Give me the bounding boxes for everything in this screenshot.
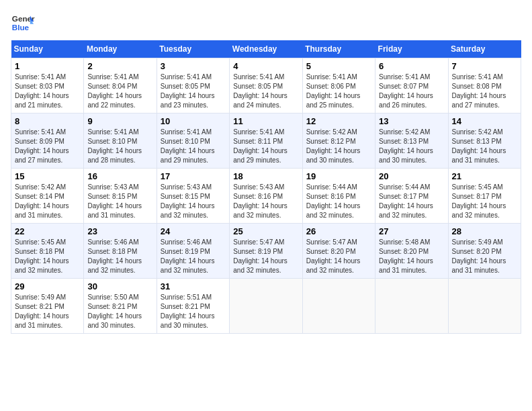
calendar-cell: 16 Sunrise: 5:43 AM Sunset: 8:15 PM Dayl…: [84, 169, 157, 224]
calendar-table: SundayMondayTuesdayWednesdayThursdayFrid…: [11, 40, 521, 334]
cell-info: Sunrise: 5:45 AM Sunset: 8:17 PM Dayligh…: [452, 183, 517, 220]
calendar-cell: 21 Sunrise: 5:45 AM Sunset: 8:17 PM Dayl…: [448, 169, 521, 224]
day-number: 4: [233, 61, 298, 71]
calendar-cell: 17 Sunrise: 5:43 AM Sunset: 8:15 PM Dayl…: [157, 169, 229, 224]
calendar-cell: 19 Sunrise: 5:44 AM Sunset: 8:16 PM Dayl…: [302, 169, 375, 224]
cell-info: Sunrise: 5:41 AM Sunset: 8:06 PM Dayligh…: [306, 73, 371, 110]
cell-info: Sunrise: 5:46 AM Sunset: 8:19 PM Dayligh…: [161, 238, 226, 275]
calendar-cell: 1 Sunrise: 5:41 AM Sunset: 8:03 PM Dayli…: [11, 58, 84, 113]
cell-info: Sunrise: 5:51 AM Sunset: 8:21 PM Dayligh…: [161, 293, 226, 330]
calendar-cell: 29 Sunrise: 5:49 AM Sunset: 8:21 PM Dayl…: [11, 279, 84, 334]
calendar-cell: 14 Sunrise: 5:42 AM Sunset: 8:13 PM Dayl…: [448, 113, 521, 169]
cell-info: Sunrise: 5:42 AM Sunset: 8:13 PM Dayligh…: [379, 128, 444, 165]
cell-info: Sunrise: 5:41 AM Sunset: 8:10 PM Dayligh…: [87, 128, 152, 165]
day-number: 26: [306, 226, 371, 236]
day-number: 24: [161, 226, 226, 236]
calendar-cell: [302, 279, 375, 334]
calendar-cell: [448, 279, 521, 334]
cell-info: Sunrise: 5:41 AM Sunset: 8:10 PM Dayligh…: [161, 128, 226, 165]
cell-info: Sunrise: 5:41 AM Sunset: 8:03 PM Dayligh…: [15, 73, 80, 110]
calendar-cell: 27 Sunrise: 5:48 AM Sunset: 8:20 PM Dayl…: [375, 224, 448, 279]
day-number: 5: [306, 61, 371, 71]
cell-info: Sunrise: 5:41 AM Sunset: 8:05 PM Dayligh…: [161, 73, 226, 110]
day-header-saturday: Saturday: [448, 40, 521, 58]
day-header-monday: Monday: [84, 40, 157, 58]
day-number: 11: [233, 116, 298, 126]
cell-info: Sunrise: 5:42 AM Sunset: 8:13 PM Dayligh…: [452, 128, 517, 165]
calendar-cell: 9 Sunrise: 5:41 AM Sunset: 8:10 PM Dayli…: [84, 113, 157, 169]
svg-text:Blue: Blue: [12, 23, 30, 32]
cell-info: Sunrise: 5:49 AM Sunset: 8:20 PM Dayligh…: [452, 238, 517, 275]
calendar-cell: 13 Sunrise: 5:42 AM Sunset: 8:13 PM Dayl…: [375, 113, 448, 169]
calendar-cell: 23 Sunrise: 5:46 AM Sunset: 8:18 PM Dayl…: [84, 224, 157, 279]
day-number: 31: [161, 281, 226, 291]
cell-info: Sunrise: 5:43 AM Sunset: 8:15 PM Dayligh…: [161, 183, 226, 220]
cell-info: Sunrise: 5:43 AM Sunset: 8:15 PM Dayligh…: [87, 183, 152, 220]
day-number: 21: [452, 171, 517, 181]
cell-info: Sunrise: 5:50 AM Sunset: 8:21 PM Dayligh…: [87, 293, 152, 330]
calendar-body: 1 Sunrise: 5:41 AM Sunset: 8:03 PM Dayli…: [11, 58, 521, 334]
day-number: 25: [233, 226, 298, 236]
logo: General Blue: [11, 11, 35, 35]
calendar-cell: 11 Sunrise: 5:41 AM Sunset: 8:11 PM Dayl…: [230, 113, 302, 169]
day-number: 15: [15, 171, 80, 181]
logo-icon: General Blue: [11, 11, 35, 35]
cell-info: Sunrise: 5:45 AM Sunset: 8:18 PM Dayligh…: [15, 238, 80, 275]
day-number: 18: [233, 171, 298, 181]
week-row-2: 8 Sunrise: 5:41 AM Sunset: 8:09 PM Dayli…: [11, 113, 521, 169]
week-row-1: 1 Sunrise: 5:41 AM Sunset: 8:03 PM Dayli…: [11, 58, 521, 113]
day-number: 9: [87, 116, 152, 126]
day-header-wednesday: Wednesday: [230, 40, 302, 58]
calendar-cell: 15 Sunrise: 5:42 AM Sunset: 8:14 PM Dayl…: [11, 169, 84, 224]
day-number: 12: [306, 116, 371, 126]
day-number: 8: [15, 116, 80, 126]
day-number: 13: [379, 116, 444, 126]
day-number: 3: [161, 61, 226, 71]
day-number: 19: [306, 171, 371, 181]
day-number: 2: [87, 61, 152, 71]
cell-info: Sunrise: 5:44 AM Sunset: 8:16 PM Dayligh…: [306, 183, 371, 220]
calendar-cell: 31 Sunrise: 5:51 AM Sunset: 8:21 PM Dayl…: [157, 279, 229, 334]
day-number: 6: [379, 61, 444, 71]
day-header-thursday: Thursday: [302, 40, 375, 58]
cell-info: Sunrise: 5:41 AM Sunset: 8:11 PM Dayligh…: [233, 128, 298, 165]
calendar-cell: 26 Sunrise: 5:47 AM Sunset: 8:20 PM Dayl…: [302, 224, 375, 279]
day-number: 30: [87, 281, 152, 291]
day-number: 1: [15, 61, 80, 71]
calendar-cell: [230, 279, 302, 334]
cell-info: Sunrise: 5:48 AM Sunset: 8:20 PM Dayligh…: [379, 238, 444, 275]
day-header-friday: Friday: [375, 40, 448, 58]
calendar-cell: 7 Sunrise: 5:41 AM Sunset: 8:08 PM Dayli…: [448, 58, 521, 113]
day-number: 17: [161, 171, 226, 181]
day-number: 27: [379, 226, 444, 236]
cell-info: Sunrise: 5:41 AM Sunset: 8:09 PM Dayligh…: [15, 128, 80, 165]
cell-info: Sunrise: 5:46 AM Sunset: 8:18 PM Dayligh…: [87, 238, 152, 275]
cell-info: Sunrise: 5:47 AM Sunset: 8:20 PM Dayligh…: [306, 238, 371, 275]
day-number: 23: [87, 226, 152, 236]
calendar-cell: 30 Sunrise: 5:50 AM Sunset: 8:21 PM Dayl…: [84, 279, 157, 334]
calendar-cell: 18 Sunrise: 5:43 AM Sunset: 8:16 PM Dayl…: [230, 169, 302, 224]
calendar-cell: 22 Sunrise: 5:45 AM Sunset: 8:18 PM Dayl…: [11, 224, 84, 279]
day-number: 20: [379, 171, 444, 181]
day-number: 22: [15, 226, 80, 236]
calendar-cell: 3 Sunrise: 5:41 AM Sunset: 8:05 PM Dayli…: [157, 58, 229, 113]
calendar-cell: 28 Sunrise: 5:49 AM Sunset: 8:20 PM Dayl…: [448, 224, 521, 279]
calendar-cell: 25 Sunrise: 5:47 AM Sunset: 8:19 PM Dayl…: [230, 224, 302, 279]
day-number: 29: [15, 281, 80, 291]
calendar-cell: 2 Sunrise: 5:41 AM Sunset: 8:04 PM Dayli…: [84, 58, 157, 113]
week-row-5: 29 Sunrise: 5:49 AM Sunset: 8:21 PM Dayl…: [11, 279, 521, 334]
day-number: 14: [452, 116, 517, 126]
cell-info: Sunrise: 5:43 AM Sunset: 8:16 PM Dayligh…: [233, 183, 298, 220]
day-headers-row: SundayMondayTuesdayWednesdayThursdayFrid…: [11, 40, 521, 58]
calendar-cell: 20 Sunrise: 5:44 AM Sunset: 8:17 PM Dayl…: [375, 169, 448, 224]
cell-info: Sunrise: 5:42 AM Sunset: 8:12 PM Dayligh…: [306, 128, 371, 165]
day-number: 16: [87, 171, 152, 181]
day-number: 7: [452, 61, 517, 71]
calendar-cell: 10 Sunrise: 5:41 AM Sunset: 8:10 PM Dayl…: [157, 113, 229, 169]
calendar-cell: 4 Sunrise: 5:41 AM Sunset: 8:05 PM Dayli…: [230, 58, 302, 113]
day-number: 10: [161, 116, 226, 126]
calendar-cell: 12 Sunrise: 5:42 AM Sunset: 8:12 PM Dayl…: [302, 113, 375, 169]
calendar-cell: [375, 279, 448, 334]
day-header-tuesday: Tuesday: [157, 40, 229, 58]
cell-info: Sunrise: 5:42 AM Sunset: 8:14 PM Dayligh…: [15, 183, 80, 220]
